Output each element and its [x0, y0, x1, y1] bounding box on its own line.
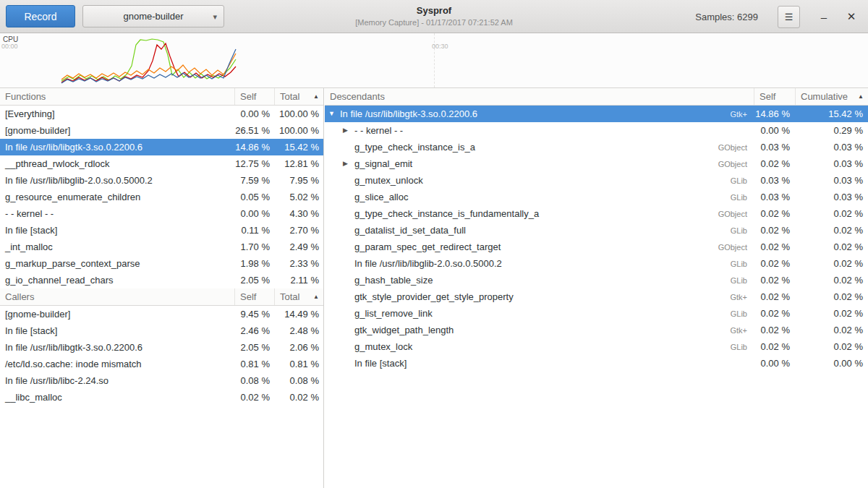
descendant-row[interactable]: g_hash_table_sizeGLib0.02 %0.02 %	[325, 272, 868, 288]
descendant-row[interactable]: g_slice_allocGLib0.03 %0.03 %	[325, 189, 868, 205]
descendant-tree-cell: g_hash_table_sizeGLib	[325, 275, 754, 286]
caller-row-name: In file /usr/lib/libc-2.24.so	[0, 375, 235, 386]
caller-row-total: 14.49 %	[275, 309, 323, 320]
caller-row[interactable]: In file /usr/lib/libgtk-3.so.0.2200.62.0…	[0, 339, 323, 356]
function-row-self: 7.59 %	[235, 175, 275, 186]
function-row[interactable]: In file /usr/lib/libgtk-3.so.0.2200.614.…	[0, 139, 323, 155]
caller-row-name: __libc_malloc	[0, 392, 235, 403]
cpu-timeline[interactable]: CPU 00:00 00:30	[0, 33, 868, 88]
callers-column-header[interactable]: Callers	[0, 288, 235, 305]
descendant-category: GLib	[731, 276, 754, 285]
close-button[interactable]: ✕	[841, 6, 862, 27]
caller-row-self: 0.02 %	[235, 392, 275, 403]
descendant-cumulative: 0.02 %	[796, 308, 868, 319]
chevron-down-icon: ▾	[213, 12, 217, 22]
function-row[interactable]: [gnome-builder]26.51 %100.00 %	[0, 122, 323, 139]
function-row[interactable]: g_resource_enumerate_children0.05 %5.02 …	[0, 189, 323, 205]
function-row-self: 12.75 %	[235, 158, 275, 169]
descendant-category: GLib	[731, 343, 754, 351]
descendant-row[interactable]: ▶- - kernel - -0.00 %0.29 %	[325, 122, 868, 139]
function-row[interactable]: - - kernel - -0.00 %4.30 %	[0, 205, 323, 222]
caller-row-self: 0.81 %	[235, 359, 275, 369]
descendant-row[interactable]: In file [stack]0.00 %0.00 %	[325, 355, 868, 372]
functions-total-column-header[interactable]: Total ▲	[275, 88, 323, 105]
descendant-name: g_mutex_lock	[354, 341, 731, 352]
function-row[interactable]: _int_malloc1.70 %2.49 %	[0, 239, 323, 255]
function-row[interactable]: In file [stack]0.11 %2.70 %	[0, 222, 323, 239]
function-row-name: _int_malloc	[0, 241, 235, 252]
descendant-row[interactable]: g_list_remove_linkGLib0.02 %0.02 %	[325, 305, 868, 322]
function-row-self: 1.98 %	[235, 258, 275, 269]
caller-row[interactable]: In file /usr/lib/libc-2.24.so0.08 %0.08 …	[0, 372, 323, 389]
descendant-row[interactable]: g_param_spec_get_redirect_targetGObject0…	[325, 239, 868, 255]
descendant-category: GLib	[731, 193, 754, 202]
function-row-name: In file /usr/lib/libgtk-3.so.0.2200.6	[0, 142, 235, 153]
descendant-cumulative: 0.03 %	[796, 175, 868, 186]
descendant-row[interactable]: g_datalist_id_set_data_fullGLib0.02 %0.0…	[325, 222, 868, 239]
descendant-self: 0.02 %	[754, 208, 796, 219]
function-row-total: 7.95 %	[275, 175, 323, 186]
function-row[interactable]: g_markup_parse_context_parse1.98 %2.33 %	[0, 255, 323, 272]
function-row[interactable]: __pthread_rwlock_rdlock12.75 %12.81 %	[0, 155, 323, 172]
caller-row[interactable]: __libc_malloc0.02 %0.02 %	[0, 389, 323, 406]
descendant-row[interactable]: g_mutex_lockGLib0.02 %0.02 %	[325, 338, 868, 355]
descendant-tree-cell: ▶- - kernel - -	[325, 125, 754, 136]
process-selector[interactable]: gnome-builder ▾	[82, 5, 224, 27]
menu-button[interactable]: ☰	[778, 6, 800, 28]
expander-collapsed-icon[interactable]: ▶	[343, 160, 354, 167]
caller-row-name: /etc/ld.so.cache: inode mismatch	[0, 359, 235, 369]
descendant-row[interactable]: ▶g_signal_emitGObject0.02 %0.03 %	[325, 155, 868, 172]
descendants-cumulative-column-header[interactable]: Cumulative ▲	[796, 88, 868, 105]
expander-expanded-icon[interactable]: ▼	[328, 111, 340, 117]
descendant-name: g_mutex_unlock	[354, 175, 731, 186]
functions-table-body: [Everything]0.00 %100.00 %[gnome-builder…	[0, 106, 323, 288]
descendant-row[interactable]: gtk_style_provider_get_style_propertyGtk…	[325, 288, 868, 305]
descendant-name: g_list_remove_link	[354, 308, 731, 319]
callers-self-column-header[interactable]: Self	[235, 288, 275, 305]
descendant-cumulative: 0.02 %	[796, 225, 868, 236]
descendant-category: GObject	[718, 143, 754, 152]
caller-row-name: In file /usr/lib/libgtk-3.so.0.2200.6	[0, 342, 235, 353]
function-row-self: 0.05 %	[235, 192, 275, 202]
descendant-name: g_type_check_instance_is_fundamentally_a	[354, 208, 718, 219]
callers-table-body: [gnome-builder]9.45 %14.49 %In file [sta…	[0, 306, 323, 406]
caller-row[interactable]: /etc/ld.so.cache: inode mismatch0.81 %0.…	[0, 356, 323, 372]
minimize-button[interactable]: –	[813, 6, 835, 27]
function-row-name: In file /usr/lib/libglib-2.0.so.0.5000.2	[0, 175, 235, 186]
descendant-row[interactable]: g_type_check_instance_is_aGObject0.03 %0…	[325, 139, 868, 155]
function-row[interactable]: g_io_channel_read_chars2.05 %2.11 %	[0, 272, 323, 288]
functions-column-header[interactable]: Functions	[0, 88, 235, 105]
descendant-row[interactable]: gtk_widget_path_lengthGtk+0.02 %0.02 %	[325, 322, 868, 338]
descendant-cumulative: 15.42 %	[796, 108, 868, 119]
descendant-row[interactable]: In file /usr/lib/libglib-2.0.so.0.5000.2…	[325, 255, 868, 272]
descendant-category: GLib	[731, 309, 754, 318]
headerbar: Record gnome-builder ▾ Sysprof [Memory C…	[0, 0, 868, 33]
function-row-total: 15.42 %	[275, 142, 323, 153]
descendant-self: 0.02 %	[754, 258, 796, 269]
function-row[interactable]: [Everything]0.00 %100.00 %	[0, 106, 323, 122]
descendant-row[interactable]: ▼In file /usr/lib/libgtk-3.so.0.2200.6Gt…	[325, 106, 868, 122]
function-row[interactable]: In file /usr/lib/libglib-2.0.so.0.5000.2…	[0, 172, 323, 189]
descendant-cumulative: 0.02 %	[796, 291, 868, 302]
callers-total-column-header[interactable]: Total ▲	[275, 288, 323, 305]
descendant-name: - - kernel - -	[354, 125, 747, 136]
descendant-tree-cell: g_slice_allocGLib	[325, 192, 754, 202]
caller-row-total: 2.48 %	[275, 325, 323, 336]
caller-row[interactable]: In file [stack]2.46 %2.48 %	[0, 322, 323, 339]
descendants-self-column-header[interactable]: Self	[754, 88, 796, 105]
caller-row[interactable]: [gnome-builder]9.45 %14.49 %	[0, 306, 323, 322]
function-row-name: - - kernel - -	[0, 208, 235, 219]
descendant-self: 14.86 %	[754, 108, 796, 119]
descendant-cumulative: 0.02 %	[796, 241, 868, 252]
descendant-row[interactable]: g_type_check_instance_is_fundamentally_a…	[325, 205, 868, 222]
title-box: Sysprof [Memory Capture] - 01/17/2017 07…	[253, 5, 615, 27]
record-button[interactable]: Record	[6, 5, 75, 27]
time-label-mid: 00:30	[432, 43, 448, 50]
descendants-column-header[interactable]: Descendants	[325, 88, 754, 105]
descendants-table-body: ▼In file /usr/lib/libgtk-3.so.0.2200.6Gt…	[325, 106, 868, 372]
descendant-row[interactable]: g_mutex_unlockGLib0.03 %0.03 %	[325, 172, 868, 189]
function-row-self: 0.11 %	[235, 225, 275, 236]
descendant-self: 0.02 %	[754, 158, 796, 169]
expander-collapsed-icon[interactable]: ▶	[343, 127, 354, 134]
functions-self-column-header[interactable]: Self	[235, 88, 275, 105]
